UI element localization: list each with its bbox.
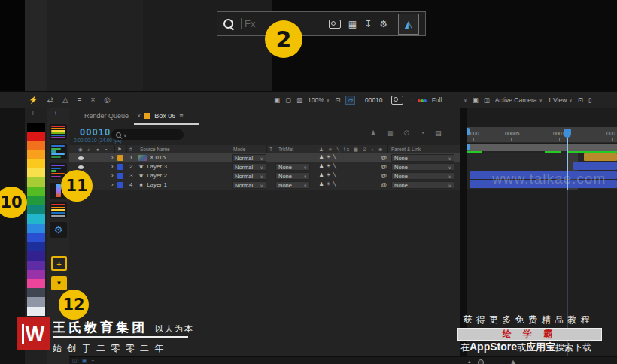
camera-dropdown[interactable]: Active Camera ∨ <box>495 96 543 104</box>
color-swatch[interactable] <box>27 141 45 150</box>
source-name-header[interactable]: Source Name <box>140 147 170 152</box>
layer-switches[interactable]: ♟☀╲ <box>319 172 339 178</box>
resolution-dropdown[interactable]: Full ∨ <box>432 96 467 104</box>
chart-icon[interactable]: ▤ <box>435 129 442 137</box>
layer-name[interactable]: X 015 <box>138 154 166 161</box>
close-icon[interactable]: × <box>137 112 141 120</box>
tab-render-queue[interactable]: Render Queue <box>84 112 129 120</box>
work-area-bar[interactable] <box>467 144 617 151</box>
motion-sketch-icon[interactable]: ◭ <box>398 14 419 35</box>
color-swatch[interactable] <box>27 224 45 233</box>
graph-editor-icon[interactable]: ◔ <box>420 129 424 137</box>
channels-icon[interactable] <box>418 96 427 104</box>
trkmat-header[interactable]: TrkMat <box>278 147 293 152</box>
search-input[interactable]: Fx <box>241 18 255 29</box>
eject-icon[interactable]: △ <box>62 96 68 104</box>
pickwhip-icon[interactable]: @ <box>381 181 387 188</box>
expand-parent-icon[interactable]: ▣ <box>82 358 87 364</box>
parent-dropdown[interactable]: None∨ <box>391 172 454 180</box>
color-swatch[interactable] <box>27 307 45 316</box>
motion-blur-toggle-icon[interactable]: ∅ <box>404 129 410 137</box>
equals-icon[interactable]: = <box>78 96 82 104</box>
blue-bars-icon[interactable] <box>50 144 67 159</box>
target-icon[interactable]: ◎ <box>104 96 111 104</box>
add-button[interactable]: + <box>51 256 67 271</box>
color-swatch[interactable] <box>27 205 45 214</box>
mode-dropdown[interactable]: Normal∨ <box>232 181 266 189</box>
toolbar-timecode[interactable]: 00010 <box>365 96 383 104</box>
layer-label-color[interactable] <box>117 164 123 170</box>
trkmat-dropdown[interactable]: None∨ <box>275 181 310 189</box>
color-swatch[interactable] <box>27 123 45 132</box>
expand-dropdown-button[interactable]: ▼ <box>51 276 67 290</box>
layer-name[interactable]: ★Layer 3 <box>138 163 167 170</box>
trkmat-dropdown[interactable]: None∨ <box>275 172 310 180</box>
color-swatch[interactable] <box>27 233 45 242</box>
current-timecode[interactable]: 00010 <box>80 126 111 138</box>
roi-icon[interactable]: ▱ <box>345 96 355 105</box>
layer-search-field[interactable]: ∨ <box>111 129 184 140</box>
layer-label-color[interactable] <box>117 155 123 161</box>
palette-swatch-icon[interactable] <box>50 202 67 218</box>
t-header[interactable]: T <box>269 147 272 152</box>
color-swatch[interactable] <box>27 177 45 187</box>
color-swatch[interactable] <box>27 150 45 159</box>
mode-header[interactable]: Mode <box>233 147 245 152</box>
expand-inout-icon[interactable]: + <box>91 358 94 364</box>
transparency-grid-icon[interactable]: ◫ <box>484 96 490 104</box>
gear-icon[interactable]: ⚙ <box>50 222 67 238</box>
region-icon[interactable]: ▣ <box>473 96 479 104</box>
visibility-eye-icon[interactable] <box>78 165 84 169</box>
download-icon[interactable]: ↧ <box>364 19 372 29</box>
zoom-slider-knob[interactable] <box>478 359 484 364</box>
expander-icon[interactable]: › <box>111 181 114 188</box>
magnification-dropdown[interactable]: 100% ∨ <box>308 96 330 104</box>
exposure-icon[interactable]: ▯ <box>588 96 592 104</box>
pickwhip-icon[interactable]: @ <box>381 154 387 161</box>
palette-stripes-icon[interactable] <box>50 124 67 140</box>
layer-name[interactable]: ★Layer 2 <box>138 172 167 179</box>
expander-icon[interactable]: › <box>111 163 114 170</box>
monitor-icon-1[interactable]: ▣ <box>274 96 280 104</box>
color-swatch[interactable] <box>27 288 45 297</box>
pickwhip-icon[interactable]: @ <box>381 172 387 179</box>
close-x-icon[interactable]: × <box>90 96 95 104</box>
color-swatch[interactable] <box>27 270 45 279</box>
zoom-in-icon[interactable]: ▲ <box>510 358 517 364</box>
color-swatch[interactable] <box>27 297 45 306</box>
show-snapshot-icon[interactable]: ◌ <box>409 96 412 104</box>
views-dropdown[interactable]: 1 View ∨ <box>548 96 573 104</box>
color-swatch[interactable] <box>27 251 45 260</box>
layer-duration-bar[interactable] <box>573 162 617 170</box>
shy-toggle-icon[interactable]: ♟ <box>370 129 376 137</box>
tab-composition[interactable]: × Box 06 ≡ <box>137 112 184 120</box>
trkmat-dropdown[interactable]: None∨ <box>275 163 310 171</box>
color-swatch[interactable] <box>27 261 45 270</box>
timeline-zoom-slider[interactable]: ▴ ▲ <box>468 358 516 364</box>
layer-name[interactable]: ★Layer 1 <box>138 181 167 188</box>
mode-dropdown[interactable]: Normal∨ <box>232 154 266 162</box>
pixel-aspect-icon[interactable]: ⊡ <box>578 96 583 104</box>
parent-dropdown[interactable]: None∨ <box>391 154 454 162</box>
menu-icon[interactable]: ≡ <box>179 112 183 120</box>
expand-transfer-icon[interactable]: ◫ <box>72 358 78 364</box>
color-swatch[interactable] <box>27 214 45 223</box>
crop-icon[interactable]: ⊡ <box>335 96 340 104</box>
color-swatch[interactable] <box>27 196 45 205</box>
color-swatch[interactable] <box>27 168 45 177</box>
frame-blend-toggle-icon[interactable]: ▦ <box>387 129 394 137</box>
color-swatch[interactable] <box>27 159 45 168</box>
mode-dropdown[interactable]: Normal∨ <box>232 163 266 171</box>
layer-row[interactable]: ›4★Layer 1Normal∨None∨♟☀╲@None∨ <box>69 180 460 190</box>
pickwhip-icon[interactable]: @ <box>381 163 387 170</box>
layer-switches[interactable]: ♟☀╲ <box>319 181 339 187</box>
monitor-icon-3[interactable]: ▥ <box>296 96 302 104</box>
layer-switches[interactable]: ♟☀╲ <box>319 163 339 169</box>
layer-label-color[interactable] <box>117 173 123 179</box>
parent-dropdown[interactable]: None∨ <box>391 181 454 189</box>
effects-search-bar[interactable]: Fx ▦ ↧ ⚙ ◭ <box>217 11 426 36</box>
layer-switches[interactable]: ♟☀╲ <box>319 154 339 160</box>
visibility-eye-icon[interactable] <box>78 156 84 160</box>
tools-panel-tab[interactable]: f <box>55 111 56 116</box>
expander-icon[interactable]: › <box>111 172 114 179</box>
